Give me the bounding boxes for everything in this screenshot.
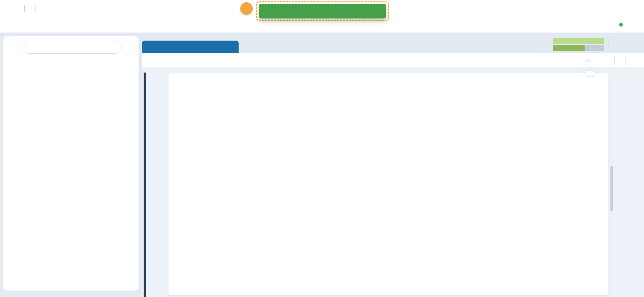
collapse-caret-icon[interactable]: [173, 83, 177, 87]
vertical-scrollbar[interactable]: [610, 166, 613, 211]
file-explorer-sidebar: [3, 36, 139, 291]
divider: [608, 39, 608, 50]
project-status-dot: [619, 23, 623, 27]
editor-tab[interactable]: [142, 41, 239, 53]
code-check-icon: [153, 90, 162, 99]
refresh-icon[interactable]: [126, 44, 133, 51]
text-cursor: [330, 70, 334, 79]
back-arrow-icon[interactable]: [629, 4, 638, 13]
active-cell-indicator: [144, 72, 146, 297]
main-area: [0, 33, 644, 297]
report-icon[interactable]: [607, 21, 615, 29]
annotation-step-badge: [240, 2, 253, 15]
gear-icon[interactable]: [628, 41, 635, 48]
ram-usage-bar: [553, 45, 604, 51]
divider: [614, 56, 615, 65]
ram-fill: [553, 45, 585, 51]
nav-right: [607, 21, 638, 29]
divider: [47, 5, 47, 12]
refresh-icon[interactable]: [631, 21, 638, 28]
saved-status: [585, 59, 591, 62]
editor-panel: [142, 36, 644, 297]
app-logo-icon: [6, 3, 16, 13]
resource-monitor: [538, 38, 644, 51]
hamburger-icon[interactable]: [9, 43, 17, 52]
sidebar-toolbar: [3, 41, 139, 54]
divider: [24, 5, 25, 12]
code-cell[interactable]: [168, 73, 608, 295]
notebook-area: [142, 68, 644, 297]
new-tab-icon[interactable]: [245, 43, 252, 50]
editor-menu-bar: [142, 53, 644, 68]
resource-bars: [538, 38, 604, 51]
divider: [624, 39, 624, 50]
toast-notification: [259, 4, 386, 18]
run-cell-icon[interactable]: [154, 80, 161, 87]
divider: [36, 5, 36, 12]
branch-icon: [52, 5, 59, 11]
layout-columns-icon[interactable]: [631, 57, 639, 64]
refresh-icon[interactable]: [602, 57, 609, 64]
search-icon: [27, 45, 32, 50]
divider: [626, 56, 626, 65]
editor-toolbar: [585, 56, 639, 65]
cell-toolbar: [585, 70, 595, 76]
close-icon[interactable]: [228, 44, 234, 50]
search-input[interactable]: [35, 45, 117, 50]
search-box[interactable]: [21, 41, 122, 54]
cpu-usage-bar: [553, 38, 604, 44]
refresh-icon[interactable]: [612, 41, 620, 48]
editor-tab-bar: [142, 36, 644, 53]
